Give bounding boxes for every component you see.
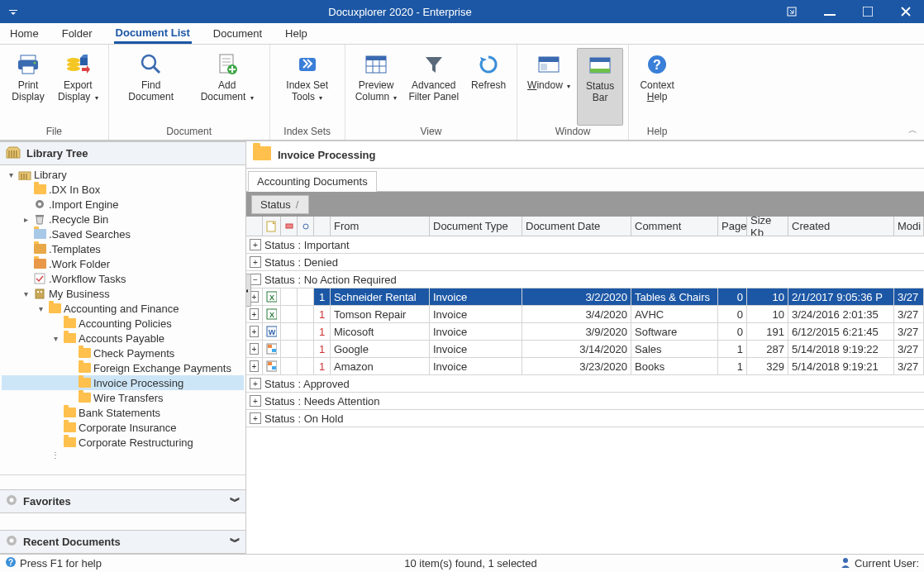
menu-folder[interactable]: Folder [60,25,94,42]
expand-icon[interactable]: + [250,326,259,337]
col-count[interactable] [314,217,331,236]
find-document-button[interactable]: Find Document [114,48,188,126]
tree-node-corporate-insurance[interactable]: Corporate Insurance [2,420,244,435]
maximize-icon[interactable] [856,3,879,20]
tab-accounting-documents[interactable]: Accounting Documents [248,171,377,192]
grid-hscroll[interactable] [246,539,924,554]
table-row[interactable]: +W1MicosoftInvoice3/9/2020Software01916/… [246,323,924,341]
recent-documents-header[interactable]: Recent Documents ︾ [0,530,245,554]
refresh-button[interactable]: Refresh [465,48,512,126]
tree-node-corporate-restructuring[interactable]: Corporate Restructuring [2,435,244,450]
favorites-header[interactable]: Favorites ︾ [0,489,245,513]
tree-node-library[interactable]: ▾Library [2,167,244,182]
menu-document[interactable]: Document [212,25,264,42]
group-by-chip[interactable]: Status/ [251,195,309,214]
tree-node-bank-statements[interactable]: Bank Statements [2,405,244,420]
col-comment[interactable]: Comment [631,217,718,236]
expand-icon[interactable]: + [250,395,261,407]
close-icon[interactable] [894,3,917,20]
group-by-bar[interactable]: Status/ [246,192,924,217]
tree-node-invoice-processing[interactable]: Invoice Processing [2,375,244,390]
tree-node-foreign-exchange[interactable]: Foreign Exchange Payments [2,360,244,375]
context-help-button[interactable]: ? ContextHelp [634,48,680,126]
table-row[interactable]: +1GoogleInvoice3/14/2020Sales12875/14/20… [246,341,924,358]
tree-node-my-business[interactable]: ▾My Business [2,286,244,301]
window-button[interactable]: Window ▾ [522,48,575,126]
svg-point-49 [10,498,14,503]
chevron-double-down-icon[interactable]: ︾ [230,535,241,550]
tree-node-templates[interactable]: .Templates [2,241,244,256]
tree-node-workflow-tasks[interactable]: .Workflow Tasks [2,271,244,286]
status-bar-button[interactable]: Status Bar [577,48,623,126]
splitter-handle[interactable]: ◂ [246,274,251,307]
col-document-date[interactable]: Document Date [522,217,631,236]
folder-icon [63,317,76,330]
col-doc-icon[interactable] [263,217,281,236]
help-icon: ? [644,51,670,78]
tree-node-check-payments[interactable]: Check Payments [2,346,244,360]
tree-node-wire-transfers[interactable]: Wire Transfers [2,390,244,405]
preview-column-label: Preview Column ▾ [355,79,398,104]
menu-bar: Home Folder Document List Document Help [0,23,924,45]
svg-rect-0 [9,10,17,11]
menu-help[interactable]: Help [283,25,309,42]
chevron-double-down-icon[interactable]: ︾ [230,494,241,509]
tree-node-accounts-payable[interactable]: ▾Accounts Payable [2,331,244,346]
library-tree[interactable]: ▾Library .DX In Box .Import Engine ▸.Rec… [0,165,245,474]
tree-node-more[interactable]: ⋮ [2,450,244,460]
folder-icon [78,391,91,404]
sidebar-hscroll[interactable] [0,474,245,489]
tree-node-accounting-finance[interactable]: ▾Accounting and Finance [2,301,244,316]
group-row-on-hold[interactable]: +Status : On Hold [246,410,924,427]
col-attach-icon[interactable] [281,217,298,236]
col-modified[interactable]: Modi [894,217,924,236]
expand-icon[interactable]: + [250,360,259,372]
ribbon-group-document: Find Document Add Document ▾ Document [109,45,270,140]
tree-node-dx-inbox[interactable]: .DX In Box [2,182,244,197]
col-document-type[interactable]: Document Type [430,217,522,236]
export-display-button[interactable]: Export Display ▾ [53,48,103,126]
expand-icon[interactable]: + [250,256,261,268]
status-bar-icon [587,52,613,79]
preview-column-button[interactable]: Preview Column ▾ [350,48,402,126]
table-row[interactable]: +1AmazonInvoice3/23/2020Books13295/14/20… [246,358,924,375]
ribbon-group-window: Window ▾ Status Bar Window [517,45,629,140]
table-row[interactable]: +X1Tomson RepairInvoice3/4/2020AVHC0103/… [246,306,924,323]
grid-body[interactable]: +Status : Important +Status : Denied −St… [246,236,924,539]
col-link-icon[interactable] [298,217,314,236]
tree-node-import-engine[interactable]: .Import Engine [2,197,244,212]
tree-node-work-folder[interactable]: .Work Folder [2,256,244,271]
col-pages[interactable]: Pages [718,217,747,236]
advanced-filter-button[interactable]: Advanced Filter Panel [403,48,464,126]
col-expand[interactable] [246,217,263,236]
tree-node-accounting-policies[interactable]: Accounting Policies [2,316,244,331]
restore-icon[interactable] [780,3,803,20]
expand-icon[interactable]: + [250,308,259,320]
print-display-button[interactable]: Print Display [5,48,51,126]
expand-icon[interactable]: + [250,343,259,355]
group-row-important[interactable]: +Status : Important [246,236,924,254]
group-row-needs-attention[interactable]: +Status : Needs Attention [246,393,924,410]
qat-dropdown-icon[interactable] [7,5,20,18]
add-document-button[interactable]: Add Document ▾ [190,48,264,126]
collapse-icon[interactable]: − [250,274,261,285]
svg-point-12 [142,55,155,69]
col-size-kb[interactable]: Size Kb [747,217,788,236]
expand-icon[interactable]: + [250,239,261,250]
index-set-tools-button[interactable]: Index Set Tools ▾ [275,48,340,126]
minimize-icon[interactable] [818,3,841,20]
group-row-approved[interactable]: +Status : Approved [246,375,924,393]
table-row[interactable]: +X1Schneider RentalInvoice3/2/2020Tables… [246,288,924,306]
col-from[interactable]: From [331,217,430,236]
library-tree-header[interactable]: Library Tree [0,141,245,165]
ribbon-collapse-icon[interactable]: ︿ [908,124,917,136]
group-row-denied[interactable]: +Status : Denied [246,254,924,271]
group-row-no-action[interactable]: −Status : No Action Required [246,271,924,288]
expand-icon[interactable]: + [250,412,261,424]
expand-icon[interactable]: + [250,378,261,389]
menu-home[interactable]: Home [8,25,40,42]
col-created[interactable]: Created [788,217,894,236]
menu-document-list[interactable]: Document List [114,24,192,44]
tree-node-saved-searches[interactable]: .Saved Searches [2,226,244,241]
tree-node-recycle-bin[interactable]: ▸.Recycle Bin [2,212,244,226]
